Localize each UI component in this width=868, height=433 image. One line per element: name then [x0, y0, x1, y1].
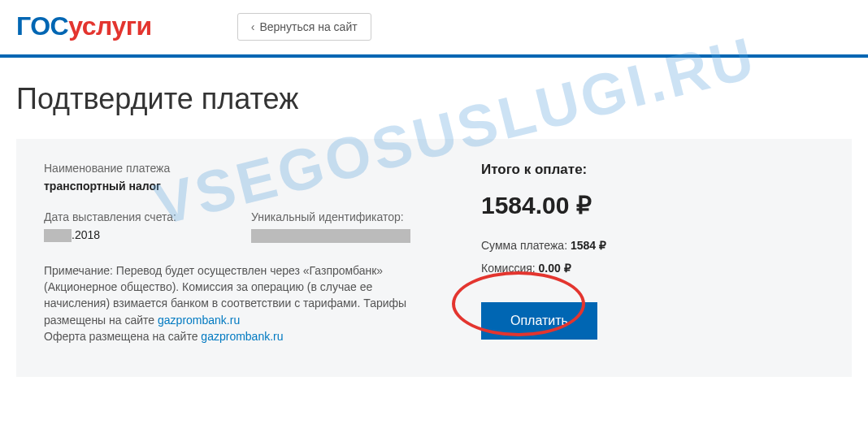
- chevron-left-icon: ‹: [251, 20, 255, 33]
- back-button-label: Вернуться на сайт: [259, 20, 357, 33]
- payment-note: Примечание: Перевод будет осуществлен че…: [44, 262, 434, 344]
- invoice-date-suffix: .2018: [72, 228, 100, 241]
- commission-value: 0.00 ₽: [539, 262, 571, 275]
- note-text-2: Оферта размещена на сайте: [44, 330, 201, 343]
- total-label: Итого к оплате:: [481, 162, 824, 178]
- payment-card: Наименование платежа транспортный налог …: [16, 139, 852, 377]
- commission-line: Комиссия: 0.00 ₽: [481, 262, 824, 275]
- invoice-date-value: .2018: [44, 228, 227, 242]
- page-title: Подтвердите платеж: [16, 82, 852, 116]
- payment-sum-line: Сумма платежа: 1584 ₽: [481, 239, 824, 252]
- pay-button[interactable]: Оплатить: [481, 302, 597, 340]
- payment-name-label: Наименование платежа: [44, 162, 434, 175]
- main-container: Подтвердите платеж Наименование платежа …: [0, 58, 868, 377]
- uid-label: Уникальный идентификатор:: [251, 210, 434, 223]
- offer-link[interactable]: gazprombank.ru: [201, 330, 283, 343]
- logo: госуслуги: [16, 11, 152, 41]
- logo-part-1: гос: [16, 11, 68, 41]
- payment-summary-column: Итого к оплате: 1584.00 ₽ Сумма платежа:…: [467, 162, 824, 344]
- total-amount: 1584.00 ₽: [481, 191, 824, 219]
- logo-part-2: услуги: [68, 11, 152, 41]
- tariff-link[interactable]: gazprombank.ru: [158, 314, 240, 327]
- payment-name-value: транспортный налог: [44, 180, 434, 193]
- payment-details-column: Наименование платежа транспортный налог …: [44, 162, 434, 344]
- header: госуслуги ‹ Вернуться на сайт: [0, 0, 868, 58]
- redacted-block: [44, 229, 72, 242]
- commission-label: Комиссия:: [481, 262, 539, 275]
- redacted-block: [251, 229, 410, 243]
- uid-value: [251, 228, 434, 243]
- back-to-site-button[interactable]: ‹ Вернуться на сайт: [237, 13, 371, 41]
- payment-sum-value: 1584 ₽: [571, 239, 606, 252]
- invoice-date-label: Дата выставления счета:: [44, 210, 227, 223]
- payment-sum-label: Сумма платежа:: [481, 239, 571, 252]
